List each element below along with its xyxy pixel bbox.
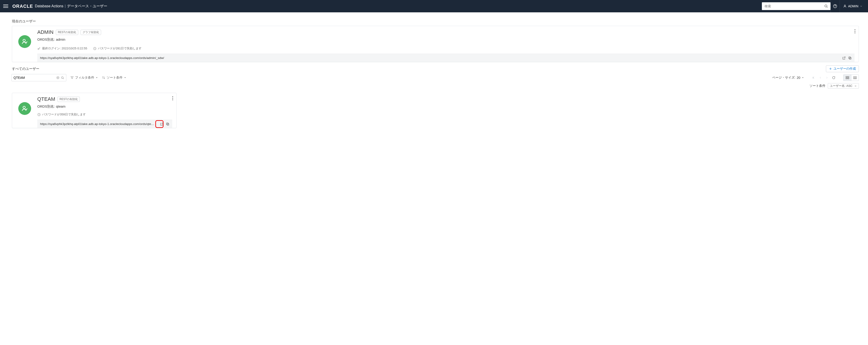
current-user-label: ADMIN bbox=[848, 4, 858, 8]
app-title: Database Actions|データベース・ユーザー bbox=[35, 4, 107, 9]
avatar bbox=[18, 102, 31, 115]
user-card: QTEAM RESTの有効化 ORDS別名: qteam パスワードが359日で… bbox=[12, 93, 177, 128]
svg-point-46 bbox=[172, 99, 173, 100]
svg-point-4 bbox=[844, 5, 845, 6]
svg-point-44 bbox=[172, 96, 173, 97]
svg-rect-28 bbox=[846, 76, 847, 77]
ords-alias: ORDS別名: qteam bbox=[37, 104, 172, 109]
clock-icon bbox=[37, 113, 41, 116]
pager bbox=[812, 76, 836, 79]
create-user-button[interactable]: ユーザーの作成 bbox=[826, 65, 859, 72]
clear-icon[interactable] bbox=[56, 76, 59, 79]
clock-icon bbox=[93, 47, 96, 50]
chevron-down-icon bbox=[802, 76, 804, 79]
svg-rect-32 bbox=[854, 76, 856, 79]
page-title: データベース・ユーザー bbox=[67, 4, 107, 8]
user-name: QTEAM bbox=[37, 96, 55, 102]
view-table-icon[interactable] bbox=[851, 74, 859, 81]
sort-icon bbox=[102, 76, 105, 79]
user-icon bbox=[843, 4, 847, 8]
copy-icon[interactable] bbox=[166, 122, 169, 126]
svg-point-21 bbox=[62, 76, 63, 78]
pager-next-icon bbox=[826, 76, 828, 79]
view-cards-icon[interactable] bbox=[843, 74, 851, 81]
open-new-tab-icon[interactable] bbox=[160, 122, 163, 126]
view-toggle bbox=[843, 74, 859, 81]
svg-line-22 bbox=[63, 78, 64, 79]
chip-remove-icon[interactable] bbox=[854, 85, 857, 87]
svg-rect-43 bbox=[166, 123, 168, 125]
avatar bbox=[18, 35, 31, 48]
svg-rect-30 bbox=[846, 78, 847, 79]
search-icon[interactable] bbox=[61, 76, 64, 79]
svg-line-1 bbox=[827, 7, 828, 7]
sort-chip-prefix: ソート条件 bbox=[809, 84, 826, 88]
ords-alias: ORDS別名: admin bbox=[37, 37, 855, 42]
sort-conditions-button[interactable]: ソート条件 bbox=[102, 76, 126, 80]
user-filter-field[interactable] bbox=[13, 76, 56, 79]
global-search[interactable] bbox=[762, 2, 831, 10]
svg-point-3 bbox=[835, 7, 835, 7]
svg-rect-31 bbox=[848, 78, 849, 79]
url-bar: https://sya6vphk3pzlkhq-atp01take.adb.ap… bbox=[37, 54, 855, 62]
url-text: https://sya6vphk3pzlkhq-atp01take.adb.ap… bbox=[40, 122, 160, 126]
section-all-users: すべてのユーザー bbox=[12, 67, 39, 71]
chevron-down-icon bbox=[860, 5, 863, 7]
pager-first-icon bbox=[812, 76, 815, 79]
svg-line-41 bbox=[161, 123, 163, 124]
password-expiry: パスワードが359日で失効します bbox=[37, 112, 86, 116]
oracle-logo: ORACLE bbox=[12, 4, 33, 9]
svg-marker-24 bbox=[96, 77, 98, 78]
card-menu-icon[interactable] bbox=[855, 29, 856, 33]
user-filter-input[interactable] bbox=[11, 74, 66, 81]
pager-prev-icon bbox=[819, 76, 822, 79]
svg-point-5 bbox=[23, 39, 25, 42]
graph-enable-button[interactable]: グラフ有効化 bbox=[81, 30, 101, 35]
open-new-tab-icon[interactable] bbox=[842, 56, 846, 60]
filter-conditions-button[interactable]: フィルタ条件 bbox=[70, 76, 98, 80]
svg-point-39 bbox=[23, 106, 25, 108]
sort-caret-icon bbox=[124, 76, 126, 79]
password-expiry: パスワードが281日で失効します bbox=[93, 46, 142, 50]
app-name: Database Actions bbox=[35, 4, 63, 8]
svg-line-8 bbox=[39, 48, 40, 48]
search-icon[interactable] bbox=[822, 2, 831, 10]
hamburger-menu-icon[interactable] bbox=[3, 4, 8, 9]
svg-point-13 bbox=[855, 29, 856, 30]
svg-point-14 bbox=[855, 31, 856, 32]
card-menu-icon[interactable] bbox=[172, 96, 173, 100]
copy-icon[interactable] bbox=[848, 56, 852, 60]
svg-point-6 bbox=[38, 48, 39, 49]
rest-enable-button[interactable]: RESTの有効化 bbox=[56, 30, 78, 35]
svg-line-10 bbox=[844, 57, 845, 58]
user-name: ADMIN bbox=[37, 29, 54, 35]
sort-chip: ユーザー名: ASC bbox=[828, 83, 859, 89]
svg-rect-11 bbox=[849, 57, 851, 59]
svg-rect-12 bbox=[849, 57, 850, 59]
filter-icon bbox=[70, 76, 74, 79]
key-icon bbox=[37, 47, 41, 50]
svg-rect-42 bbox=[167, 124, 169, 125]
top-navbar: ORACLE Database Actions|データベース・ユーザー ADMI… bbox=[0, 0, 868, 12]
url-bar: https://sya6vphk3pzlkhq-atp01take.adb.ap… bbox=[37, 120, 172, 128]
svg-point-0 bbox=[825, 5, 827, 7]
svg-marker-26 bbox=[802, 77, 804, 78]
plus-icon bbox=[829, 67, 832, 70]
sort-caret-icon bbox=[96, 76, 98, 79]
page-size-select[interactable]: ページ・サイズ: 20 bbox=[772, 76, 804, 80]
svg-marker-25 bbox=[124, 77, 126, 78]
current-user-card: ADMIN RESTの有効化 グラフ有効化 ORDS別名: admin 最終ログ… bbox=[12, 26, 859, 62]
section-current-user: 現在のユーザー bbox=[12, 19, 859, 24]
user-toolbar: フィルタ条件 ソート条件 ページ・サイズ: 20 bbox=[11, 74, 859, 81]
rest-enable-button[interactable]: RESTの有効化 bbox=[57, 97, 80, 102]
last-login: 最終ログイン: 2022/10/25 0:22:55 bbox=[37, 46, 87, 50]
search-input[interactable] bbox=[762, 4, 822, 8]
url-text: https://sya6vphk3pzlkhq-atp01take.adb.ap… bbox=[40, 56, 842, 60]
svg-point-15 bbox=[855, 32, 856, 33]
refresh-icon[interactable] bbox=[832, 76, 836, 79]
help-icon[interactable] bbox=[831, 0, 840, 12]
user-menu[interactable]: ADMIN bbox=[840, 0, 866, 12]
svg-point-45 bbox=[172, 98, 173, 99]
svg-marker-23 bbox=[71, 76, 73, 79]
svg-rect-29 bbox=[848, 76, 849, 77]
